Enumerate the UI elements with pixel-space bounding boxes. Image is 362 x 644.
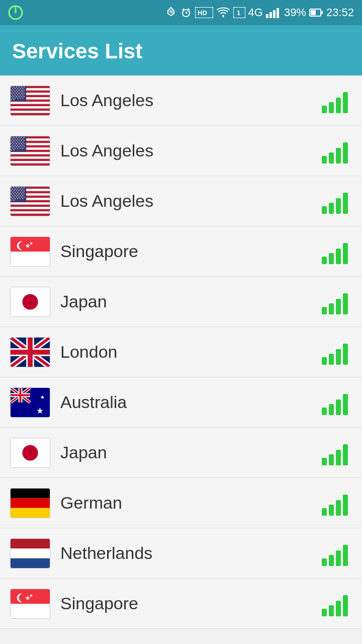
svg-rect-80: [11, 136, 26, 151]
service-name: German: [60, 493, 322, 513]
battery-icon: [309, 8, 323, 17]
list-item[interactable]: Los Angeles: [0, 176, 362, 226]
service-name: Los Angeles: [60, 141, 322, 160]
flag-nl: [10, 538, 50, 569]
flag-us: [10, 186, 50, 216]
svg-rect-77: [11, 152, 50, 154]
services-list: Los Angeles Los Angeles: [0, 75, 362, 629]
wifi-icon: [216, 7, 230, 19]
svg-rect-131: [11, 202, 50, 204]
svg-text:HD: HD: [198, 9, 207, 17]
svg-rect-218: [11, 589, 50, 603]
signal-strength-icon: [322, 189, 352, 214]
svg-rect-219: [11, 604, 50, 618]
svg-rect-12: [266, 14, 268, 18]
svg-rect-17: [311, 10, 316, 15]
svg-rect-26: [11, 86, 26, 101]
svg-rect-197: [11, 350, 50, 355]
flag-us: [10, 136, 50, 166]
flag-sg: [10, 236, 50, 267]
flag-de: [10, 488, 50, 518]
status-left-icons: [8, 5, 23, 20]
svg-text:N: N: [169, 9, 173, 15]
svg-rect-79: [11, 161, 50, 163]
svg-rect-134: [11, 186, 26, 202]
list-item[interactable]: Singapore: [0, 226, 362, 277]
list-item[interactable]: Singapore: [0, 579, 362, 629]
svg-rect-181: [11, 236, 50, 251]
svg-point-211: [22, 445, 38, 460]
flag-us: [10, 86, 50, 116]
svg-rect-214: [11, 508, 50, 518]
signal-strength-icon: [322, 340, 352, 365]
status-icons: N HD 1 4G: [165, 6, 354, 19]
network-type: 4G: [248, 6, 263, 19]
service-name: Japan: [60, 292, 322, 311]
svg-rect-213: [11, 498, 50, 508]
svg-rect-215: [11, 538, 50, 548]
svg-rect-15: [277, 8, 279, 18]
signal-strength-icon: [322, 88, 352, 113]
service-name: Singapore: [60, 594, 322, 613]
flag-jp: [10, 438, 50, 468]
flag-sg: [10, 589, 50, 619]
svg-rect-216: [11, 548, 50, 558]
svg-point-188: [22, 294, 38, 309]
signal-strength-icon: [322, 239, 352, 264]
service-name: Australia: [60, 392, 322, 412]
svg-rect-133: [11, 211, 50, 213]
svg-text:1: 1: [237, 9, 240, 17]
list-item[interactable]: Los Angeles: [0, 126, 362, 176]
service-name: Los Angeles: [60, 91, 322, 110]
clock: 23:52: [326, 6, 354, 19]
list-item[interactable]: Los Angeles: [0, 75, 362, 126]
svg-rect-14: [273, 10, 276, 18]
page-title: Services List: [12, 39, 142, 63]
svg-rect-23: [11, 102, 50, 104]
sim-icon: 1: [233, 7, 245, 18]
svg-rect-212: [11, 488, 50, 498]
list-item[interactable]: German: [0, 478, 362, 528]
service-name: Singapore: [60, 242, 322, 261]
list-item[interactable]: London: [0, 327, 362, 377]
signal-strength-icon: [322, 591, 352, 616]
list-item[interactable]: Japan: [0, 277, 362, 327]
svg-rect-18: [321, 11, 323, 14]
svg-rect-207: [11, 394, 30, 396]
signal-strength-icon: [322, 491, 352, 516]
list-item[interactable]: Netherlands: [0, 528, 362, 579]
list-item[interactable]: Australia: [0, 377, 362, 428]
svg-rect-217: [11, 558, 50, 568]
flag-au: [10, 387, 50, 418]
signal-strength-icon: [322, 138, 352, 164]
svg-rect-182: [11, 252, 50, 266]
service-name: Japan: [60, 443, 322, 462]
flag-gb: [10, 337, 50, 367]
hd-badge: HD: [195, 7, 213, 18]
signal-strength-icon: [322, 440, 352, 465]
list-item[interactable]: Japan: [0, 428, 362, 478]
signal-strength-icon: [322, 541, 352, 566]
power-icon: [8, 5, 23, 20]
flag-jp: [10, 287, 50, 317]
svg-rect-24: [11, 106, 50, 108]
battery-level: 39%: [284, 6, 306, 19]
signal-icon: [266, 7, 281, 18]
service-name: Netherlands: [60, 543, 322, 563]
page-header: Services List: [0, 25, 362, 75]
alarm-icon: [180, 7, 192, 19]
svg-rect-132: [11, 207, 50, 209]
svg-rect-25: [11, 111, 50, 113]
service-name: Los Angeles: [60, 191, 322, 211]
notification-icon: N: [165, 7, 177, 19]
signal-strength-icon: [322, 289, 352, 314]
status-bar: N HD 1 4G: [0, 0, 362, 25]
service-name: London: [60, 342, 322, 362]
signal-strength-icon: [322, 390, 352, 415]
svg-rect-78: [11, 156, 50, 158]
svg-rect-13: [269, 12, 272, 18]
